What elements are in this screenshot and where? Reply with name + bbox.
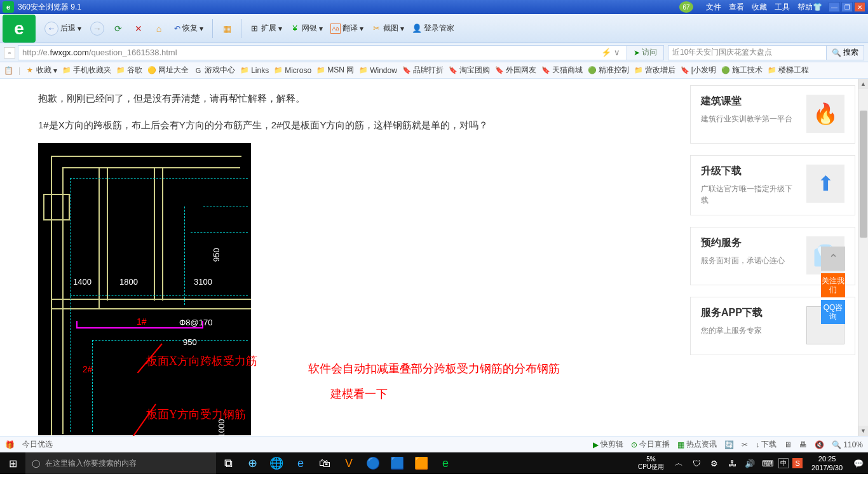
- minimize-button[interactable]: —: [829, 2, 840, 12]
- url-input[interactable]: http://e.fwxgx.com/question_1661538.html…: [18, 45, 627, 60]
- ime-icon[interactable]: S: [792, 458, 803, 468]
- task-view-icon[interactable]: ⧉: [216, 452, 240, 474]
- bookmark-item[interactable]: 🔖天猫商城: [541, 65, 583, 76]
- back-to-top-button[interactable]: ⌃: [821, 247, 845, 271]
- bookmark-item[interactable]: 🔖外国网友: [495, 65, 536, 76]
- bookmark-item[interactable]: 📁Links: [240, 66, 269, 75]
- tray-icon[interactable]: 🛡: [689, 452, 703, 474]
- maximize-button[interactable]: ❐: [841, 2, 853, 12]
- bookmark-item[interactable]: 📁手机收藏夹: [62, 65, 111, 76]
- bookmark-item[interactable]: 📁MSN 网: [316, 65, 354, 76]
- bookmark-item[interactable]: G游戏中心: [194, 65, 235, 76]
- status-icon[interactable]: 🖶: [799, 440, 807, 449]
- system-clock[interactable]: 20:252017/9/30: [806, 454, 848, 473]
- skin-icon[interactable]: 👕: [813, 3, 822, 11]
- menu-tools[interactable]: 工具: [775, 2, 790, 13]
- login-admin-button[interactable]: 👤登录管家: [408, 23, 458, 34]
- screenshot-button[interactable]: ✂截图▾: [367, 23, 408, 34]
- search-icon: 🔍: [832, 48, 841, 57]
- page-content: 抱歉，刚刚已经问了，但是没有弄清楚，请再帮忙解释，解释。 1#是X方向的跨板筋，…: [0, 79, 868, 436]
- network-icon[interactable]: 🖧: [725, 452, 739, 474]
- live-button[interactable]: ⊙今日直播: [631, 439, 670, 450]
- search-input[interactable]: 近10年天安门国庆花篮大盘点: [668, 45, 827, 60]
- bookmark-item[interactable]: 🟢施工技术: [721, 65, 763, 76]
- status-icon[interactable]: 🖥: [784, 440, 792, 449]
- action-center-icon[interactable]: 💬: [851, 452, 865, 474]
- status-icon[interactable]: ✂: [742, 440, 748, 449]
- bookmark-item[interactable]: 🔖品牌打折: [402, 65, 444, 76]
- volume-icon[interactable]: 🔊: [743, 452, 757, 474]
- bookmark-item[interactable]: 📁Microso: [274, 66, 311, 75]
- taskbar-app-icon[interactable]: 🌐: [264, 452, 288, 474]
- store-icon[interactable]: 🛍: [313, 452, 337, 474]
- zoom-label[interactable]: 🔍 110%: [832, 440, 863, 449]
- chevron-down-icon[interactable]: ∨: [614, 48, 620, 57]
- scroll-up-icon[interactable]: ▲: [858, 79, 868, 89]
- extension-button[interactable]: ⊞扩展▾: [245, 23, 286, 34]
- news-button[interactable]: ▦热点资讯: [677, 439, 717, 450]
- grid-icon[interactable]: ▦: [220, 22, 233, 35]
- stop-button[interactable]: ✕: [132, 22, 145, 35]
- bank-button[interactable]: ¥网银▾: [286, 23, 327, 34]
- bookmark-toggle-icon[interactable]: 📋: [4, 66, 13, 75]
- bookmark-item[interactable]: 🟢精准控制: [588, 65, 629, 76]
- bookmark-item[interactable]: 📁谷歌: [116, 65, 142, 76]
- annotation: 板面Y方向受力钢筋: [146, 405, 246, 424]
- bookmark-item[interactable]: 📁营改增后: [634, 65, 675, 76]
- close-button[interactable]: ✕: [854, 2, 865, 12]
- taskbar-app-icon[interactable]: V: [337, 452, 361, 474]
- app-menu: 文件 查看 收藏 工具 帮助: [706, 2, 813, 13]
- user-icon: 👤: [412, 24, 422, 34]
- screenshot-icon: ✂: [371, 24, 381, 34]
- scroll-down-icon[interactable]: ▼: [858, 426, 868, 436]
- download-button[interactable]: ↓下载: [756, 439, 776, 450]
- clip-button[interactable]: ▶快剪辑: [593, 439, 623, 450]
- taskbar-app-icon[interactable]: ⊕: [240, 452, 264, 474]
- vertical-scrollbar[interactable]: ▲ ▼: [858, 79, 868, 436]
- taskbar-app-icon[interactable]: 🔵: [361, 452, 385, 474]
- tray-chevron-icon[interactable]: ︿: [672, 452, 686, 474]
- window-titlebar: e 360安全浏览器 9.1 67 文件 查看 收藏 工具 帮助 👕 — ❐ ✕: [0, 0, 868, 14]
- notification-badge[interactable]: 67: [679, 1, 693, 13]
- follow-button[interactable]: 关注我们: [821, 273, 845, 297]
- bookmark-item[interactable]: 🟡网址大全: [147, 65, 189, 76]
- browser-taskbar-icon[interactable]: e: [433, 452, 458, 474]
- menu-view[interactable]: 查看: [729, 2, 744, 13]
- today-picks-icon[interactable]: 🎁: [5, 440, 15, 449]
- taskbar-search[interactable]: ◯在这里输入你要搜索的内容: [25, 452, 216, 474]
- bookmark-item[interactable]: 📁楼梯工程: [768, 65, 809, 76]
- home-button[interactable]: ⌂: [153, 22, 165, 35]
- sidebar-card[interactable]: 建筑课堂建筑行业实训教学第一平台 🔥: [690, 85, 855, 144]
- browser-logo-icon[interactable]: e: [3, 15, 36, 43]
- restore-button[interactable]: ↶ 恢复 ▾: [169, 20, 208, 36]
- menu-file[interactable]: 文件: [706, 2, 721, 13]
- bookmark-item[interactable]: 🔖[小发明: [681, 65, 716, 76]
- taskbar-app-icon[interactable]: 🟧: [409, 452, 433, 474]
- refresh-button[interactable]: ⟳: [112, 22, 125, 35]
- menu-help[interactable]: 帮助: [797, 2, 813, 13]
- forward-button[interactable]: →: [90, 22, 104, 36]
- tray-icon[interactable]: ⚙: [707, 452, 721, 474]
- sidebar-card[interactable]: 升级下载广联达官方唯一指定升级下载 ⬆: [690, 155, 855, 215]
- edge-icon[interactable]: e: [288, 452, 313, 474]
- visit-button[interactable]: ➤访问: [627, 45, 664, 60]
- start-button[interactable]: ⊞: [0, 452, 25, 474]
- chevron-down-icon: ▾: [78, 24, 81, 33]
- menu-favorites[interactable]: 收藏: [752, 2, 767, 13]
- keyboard-icon[interactable]: ⌨: [761, 452, 775, 474]
- upload-icon: ⬆: [806, 165, 844, 203]
- bookmark-item[interactable]: 🔖淘宝团购: [449, 65, 490, 76]
- scrollbar-thumb[interactable]: [860, 111, 867, 238]
- translate-button[interactable]: Aа翻译▾: [327, 23, 367, 34]
- bookmark-favorites[interactable]: ★收藏▾: [25, 65, 57, 76]
- today-picks-label[interactable]: 今日优选: [22, 439, 53, 450]
- ime-icon[interactable]: 中: [778, 458, 789, 468]
- back-button[interactable]: ← 后退 ▾: [39, 19, 86, 38]
- cpu-meter[interactable]: 5%CPU使用: [634, 456, 668, 471]
- taskbar-app-icon[interactable]: 🟦: [385, 452, 409, 474]
- mute-icon[interactable]: 🔇: [815, 440, 824, 449]
- status-icon[interactable]: 🔄: [724, 440, 734, 449]
- bookmark-item[interactable]: 📁Window: [359, 66, 397, 75]
- qq-consult-button[interactable]: QQ咨询: [821, 300, 845, 324]
- search-button[interactable]: 🔍搜索: [827, 45, 864, 60]
